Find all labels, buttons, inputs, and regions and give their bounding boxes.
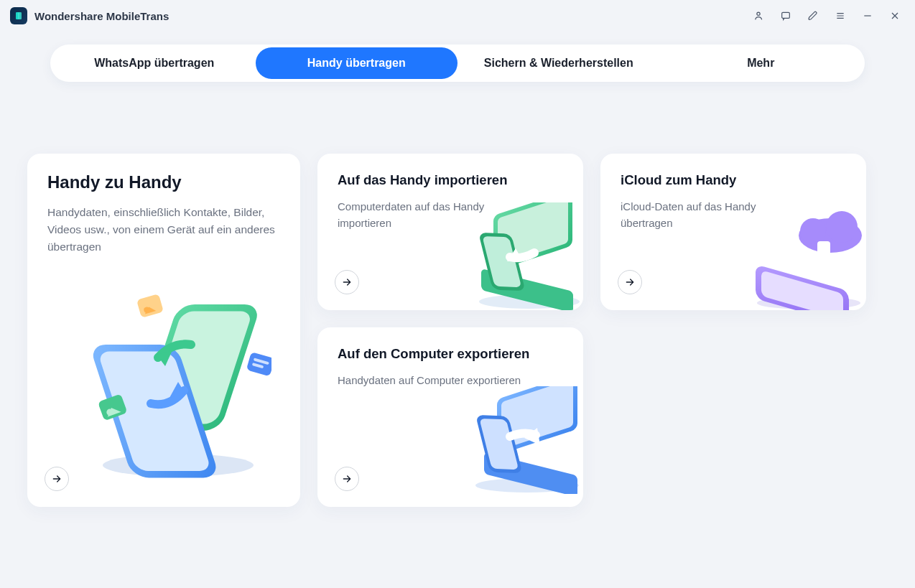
card-phone-to-phone[interactable]: Handy zu Handy Handydaten, einschließlic… — [27, 154, 300, 507]
svg-rect-7 — [89, 345, 220, 477]
svg-rect-35 — [501, 386, 573, 449]
svg-rect-14 — [254, 358, 269, 365]
svg-rect-5 — [137, 304, 261, 431]
card-title: Auf das Handy importieren — [338, 172, 563, 188]
titlebar-left: Wondershare MobileTrans — [10, 7, 169, 24]
svg-marker-39 — [524, 428, 540, 445]
card-desc: Handydaten auf Computer exportieren — [338, 372, 524, 388]
svg-point-25 — [757, 297, 860, 309]
card-desc: Computerdaten auf das Handy importieren — [338, 198, 524, 232]
tab-whatsapp[interactable]: WhatsApp übertragen — [53, 47, 256, 79]
svg-rect-37 — [475, 415, 523, 473]
svg-marker-32 — [812, 260, 836, 274]
svg-rect-13 — [246, 352, 271, 376]
phone-to-laptop-illustration — [454, 386, 583, 494]
app-title: Wondershare MobileTrans — [34, 10, 169, 22]
svg-point-18 — [479, 294, 580, 309]
svg-marker-9 — [157, 350, 172, 366]
card-desc: Handydaten, einschließlich Kontakte, Bil… — [47, 204, 277, 256]
main-tabs: WhatsApp übertragen Handy übertragen Sic… — [50, 45, 865, 82]
svg-rect-27 — [761, 270, 843, 310]
card-title: Handy zu Handy — [47, 172, 280, 192]
svg-rect-26 — [756, 264, 849, 310]
arrow-button[interactable] — [45, 467, 69, 491]
svg-marker-24 — [507, 248, 523, 261]
tab-phone-transfer[interactable]: Handy übertragen — [256, 47, 458, 79]
arrow-button[interactable] — [335, 467, 359, 491]
svg-rect-1 — [18, 12, 22, 19]
arrow-button[interactable] — [335, 270, 359, 294]
arrow-button[interactable] — [618, 270, 642, 294]
svg-rect-16 — [98, 393, 128, 421]
svg-rect-8 — [98, 352, 212, 471]
feedback-icon[interactable] — [780, 10, 791, 22]
svg-rect-22 — [478, 233, 526, 291]
edit-icon[interactable] — [807, 10, 819, 22]
card-import-to-phone[interactable]: Auf das Handy importieren Computerdaten … — [317, 154, 583, 310]
menu-icon[interactable] — [835, 10, 846, 22]
window-controls — [753, 10, 901, 22]
svg-point-12 — [143, 307, 150, 314]
card-export-to-computer[interactable]: Auf den Computer exportieren Handydaten … — [317, 327, 583, 507]
svg-rect-11 — [136, 294, 164, 318]
close-icon[interactable] — [889, 10, 901, 22]
minimize-icon[interactable] — [862, 10, 873, 22]
card-title: iCloud zum Handy — [621, 172, 846, 188]
svg-rect-6 — [145, 312, 253, 424]
svg-rect-15 — [252, 363, 264, 368]
card-icloud-to-phone[interactable]: iCloud zum Handy iCloud-Daten auf das Ha… — [600, 154, 866, 310]
svg-rect-23 — [482, 236, 521, 287]
svg-point-28 — [799, 218, 862, 253]
svg-rect-34 — [497, 386, 577, 455]
svg-marker-10 — [169, 382, 185, 398]
content-grid: Handy zu Handy Handydaten, einschließlic… — [0, 82, 915, 507]
svg-point-33 — [475, 478, 579, 493]
card-title: Auf den Computer exportieren — [338, 346, 563, 362]
svg-rect-38 — [479, 419, 519, 470]
svg-point-30 — [826, 211, 858, 243]
svg-point-17 — [106, 408, 114, 416]
svg-rect-31 — [817, 241, 830, 261]
svg-rect-36 — [484, 452, 577, 494]
tab-more[interactable]: Mehr — [660, 47, 863, 79]
card-desc: iCloud-Daten auf das Handy übertragen — [621, 198, 807, 232]
titlebar: Wondershare MobileTrans — [0, 0, 915, 32]
account-icon[interactable] — [753, 10, 764, 22]
phones-illustration — [70, 294, 271, 481]
svg-rect-3 — [782, 12, 790, 18]
tabs-container: WhatsApp übertragen Handy übertragen Sic… — [0, 32, 915, 82]
svg-rect-21 — [481, 269, 573, 310]
app-logo — [10, 7, 27, 24]
tab-backup-restore[interactable]: Sichern & Wiederherstellen — [458, 47, 660, 79]
svg-point-4 — [103, 454, 254, 477]
svg-point-2 — [757, 12, 760, 15]
